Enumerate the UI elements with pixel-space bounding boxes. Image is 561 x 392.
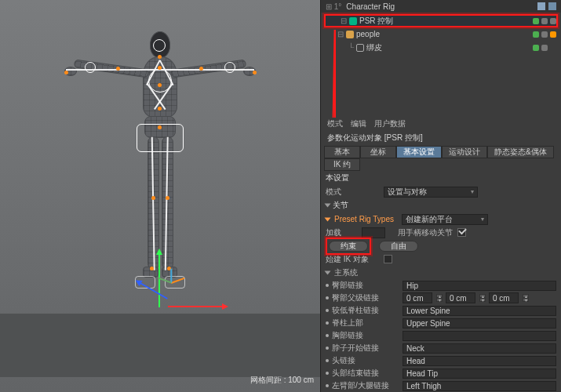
- preset-rig-label: Preset Rig Types: [334, 215, 394, 223]
- attr-object-title: 参数化运动对象 [PSR 控制]: [321, 130, 561, 146]
- layer-icon[interactable]: [537, 2, 545, 10]
- hip-field[interactable]: Hip: [403, 281, 556, 291]
- section-basic[interactable]: 本设置: [321, 171, 561, 185]
- attribute-manager[interactable]: 模式 编辑 用户数据 参数化运动对象 [PSR 控制] 基本 坐标 基本设置 运…: [320, 118, 561, 392]
- tab-basic[interactable]: 基本: [324, 146, 360, 158]
- joint-row-hip[interactable]: 臀部链接 Hip: [321, 279, 561, 292]
- load-label: 加载: [326, 227, 357, 238]
- joint-field[interactable]: Upper Spine: [403, 318, 556, 328]
- tab-motion[interactable]: 运动设计: [442, 146, 487, 158]
- joint-row[interactable]: 左臂部/大腿链接Left Thigh: [321, 379, 561, 392]
- object-manager[interactable]: ⊞ 1° Character Rig ⊟ PSR 控制 ⊟ people └ 绑…: [320, 0, 561, 118]
- joint-field[interactable]: Head Tip: [403, 368, 556, 379]
- attr-tabs[interactable]: 基本 坐标 基本设置 运动设计 静态姿态&偶体 IK 约: [321, 146, 561, 171]
- handle-label: 用手柄移动关节: [398, 227, 453, 238]
- joint-label: 较低脊柱链接: [332, 305, 399, 316]
- joint-field[interactable]: Lower Spine: [403, 306, 556, 316]
- joint-label: 左臂部/大腿链接: [332, 380, 399, 391]
- filter-icon[interactable]: [548, 2, 556, 10]
- object-visibility-column[interactable]: [533, 14, 556, 54]
- mainsys-label: 主系统: [334, 267, 373, 278]
- joint-row[interactable]: 脖子开始链接Neck: [321, 342, 561, 354]
- joint-row[interactable]: 较低脊柱链接Lower Spine: [321, 304, 561, 317]
- joint-field[interactable]: Left Thigh: [403, 381, 556, 391]
- hip-parent-x[interactable]: 0 cm: [403, 292, 432, 303]
- viewport-3d[interactable]: 网格间距 : 100 cm: [0, 0, 320, 392]
- preset-rig-dropdown[interactable]: 创建新的平台▾: [402, 214, 488, 225]
- joint-label: 脊柱上部: [332, 318, 399, 328]
- hip-parent-label: 臀部父级链接: [332, 292, 399, 303]
- reset-ik-label: 始建 IK 对象: [326, 254, 379, 265]
- joint-label: 头部结束链接: [332, 368, 399, 379]
- joint-row[interactable]: 头链接Head: [321, 354, 561, 367]
- mini-axis-widget: [155, 267, 187, 298]
- joint-label: 胸部链接: [332, 330, 399, 341]
- people-icon: [346, 31, 354, 38]
- joint-field[interactable]: Neck: [403, 343, 556, 354]
- attr-menu[interactable]: 模式 编辑 用户数据: [321, 118, 561, 130]
- tree-item-bind[interactable]: └ 绑皮: [324, 41, 558, 54]
- object-manager-header: ⊞ 1° Character Rig: [321, 0, 561, 13]
- attr-menu-mode[interactable]: 模式: [327, 118, 343, 129]
- tree-item-people[interactable]: ⊟ people: [324, 27, 558, 41]
- constrain-highlight: 约束: [326, 238, 371, 255]
- attr-menu-edit[interactable]: 编辑: [351, 118, 366, 129]
- joint-list: 较低脊柱链接Lower Spine脊柱上部Upper Spine胸部链接脖子开始…: [321, 304, 561, 392]
- joint-field[interactable]: Head: [403, 356, 556, 366]
- mode-label: 模式: [326, 187, 379, 198]
- tree-label-people: people: [356, 30, 380, 38]
- joint-row[interactable]: 头部结束链接Head Tip: [321, 367, 561, 379]
- tab-ik[interactable]: IK 约: [324, 158, 360, 171]
- reset-ik-checkbox[interactable]: [384, 255, 392, 263]
- axis-x[interactable]: [168, 306, 223, 307]
- tree-label-psr: PSR 控制: [359, 16, 393, 27]
- tab-basic-settings[interactable]: 基本设置: [396, 146, 442, 158]
- joint-field[interactable]: [403, 331, 556, 341]
- hip-parent-z[interactable]: 0 cm: [489, 292, 519, 303]
- handle-checkbox[interactable]: [457, 228, 466, 237]
- psr-icon: [349, 17, 357, 25]
- constrain-button[interactable]: 约束: [329, 241, 368, 252]
- tree-label-bind: 绑皮: [366, 42, 382, 53]
- free-button[interactable]: 自由: [379, 241, 418, 252]
- section-joint[interactable]: 关节: [321, 198, 561, 212]
- tree-item-psr[interactable]: ⊟ PSR 控制: [324, 14, 558, 27]
- tab-pose[interactable]: 静态姿态&偶体: [487, 146, 554, 158]
- object-tree[interactable]: ⊟ PSR 控制 ⊟ people └ 绑皮: [321, 13, 561, 56]
- hip-label: 臀部链接: [332, 280, 399, 291]
- load-field[interactable]: [362, 227, 385, 238]
- joint-row[interactable]: 脊柱上部Upper Spine: [321, 317, 561, 329]
- object-header-title: Character Rig: [346, 2, 395, 11]
- mode-dropdown[interactable]: 设置与对称▾: [384, 187, 478, 198]
- preset-row: Preset Rig Types 创建新的平台▾: [321, 212, 561, 226]
- joint-label: 头链接: [332, 355, 399, 366]
- tab-coord[interactable]: 坐标: [360, 146, 396, 158]
- attr-menu-userdata[interactable]: 用户数据: [374, 118, 406, 129]
- joint-row[interactable]: 胸部链接: [321, 329, 561, 342]
- joint-row-hip-parent[interactable]: 臀部父级链接 0 cm ▴▾ 0 cm ▴▾ 0 cm ▴▾: [321, 292, 561, 304]
- grid-spacing-label: 网格间距 : 100 cm: [250, 375, 314, 386]
- hip-parent-y[interactable]: 0 cm: [446, 292, 475, 303]
- joint-label: 脖子开始链接: [332, 343, 399, 354]
- bind-icon: [356, 44, 364, 52]
